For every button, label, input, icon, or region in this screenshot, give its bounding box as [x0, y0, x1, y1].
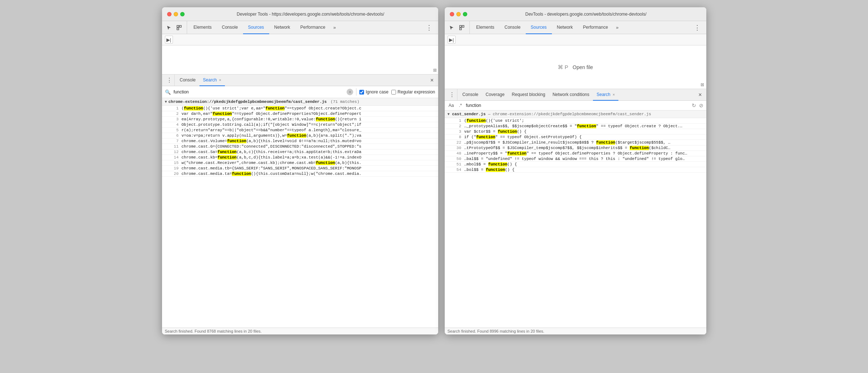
svg-rect-2: [177, 28, 179, 30]
tab-performance[interactable]: Performance: [295, 21, 331, 34]
dot-star-button[interactable]: .*: [458, 103, 463, 108]
right-search-input[interactable]: [466, 103, 576, 108]
minimize-button[interactable]: [174, 12, 178, 16]
result-line[interactable]: 15 w("chrome.cast.Receiver",chrome.cast.…: [162, 160, 438, 166]
right-tab-elements[interactable]: Elements: [471, 21, 500, 34]
panel-tab-console[interactable]: Console: [176, 75, 199, 86]
search-icon: 🔍: [165, 89, 171, 95]
right-maximize-button[interactable]: [463, 12, 467, 16]
cursor-icon[interactable]: [165, 24, 173, 32]
right-tab-performance[interactable]: Performance: [578, 21, 613, 34]
result-line[interactable]: 19 chrome.cast.media.tb={SANS_SERIF:"SAN…: [162, 166, 438, 171]
tab-network[interactable]: Network: [269, 21, 295, 34]
regex-label[interactable]: Regular expression: [391, 89, 435, 95]
ignore-case-checkbox[interactable]: [359, 90, 364, 95]
panel-tab-search[interactable]: Search ×: [199, 75, 225, 86]
result-line[interactable]: 3 ea(Array.prototype,a,{configurable:!0,…: [162, 117, 438, 122]
panel-close-btn[interactable]: ×: [428, 75, 436, 86]
close-button[interactable]: [167, 12, 171, 16]
maximize-button[interactable]: [180, 12, 185, 16]
open-file-area: ⌘ P Open file ⊠: [445, 45, 706, 89]
right-sidebar-toggle[interactable]: ▶|: [448, 36, 456, 44]
right-tab-more[interactable]: »: [613, 21, 621, 34]
file-match-count: (71 matches): [328, 100, 359, 104]
right-toolbar: Elements Console Sources Network Perform…: [445, 21, 706, 34]
inspect-icon[interactable]: [175, 24, 183, 32]
file-header[interactable]: ▼ chrome-extension://pkedcjkdefgpdelpbcm…: [162, 98, 438, 106]
result-line[interactable]: 12 chrome.cast.Sa=function(a,b,c){this.r…: [162, 149, 438, 155]
result-line[interactable]: 7 chrome.cast.Volume=function(a,b){this.…: [162, 139, 438, 144]
search-bar: 🔍 × Ignore case Regular expression: [162, 86, 438, 98]
window-title: Developer Tools - https://developers.goo…: [188, 12, 433, 17]
panel-tab-menu[interactable]: ⋮: [164, 75, 175, 86]
right-tab-console[interactable]: Console: [500, 21, 526, 34]
result-line[interactable]: 14 chrome.cast.kb=function(a,b,c,d){this…: [162, 155, 438, 160]
right-panel-tabs: ⋮ Console Coverage Request blocking Netw…: [445, 89, 706, 101]
right-window-title: DevTools - developers.google.com/web/too…: [471, 12, 701, 17]
right-file-header[interactable]: ▼ cast_sender.js — chrome-extension://pk…: [445, 111, 706, 118]
right-search-tab-close[interactable]: ×: [613, 92, 615, 97]
right-panel-tab-request-blocking[interactable]: Request blocking: [508, 89, 549, 101]
search-input[interactable]: [174, 89, 344, 95]
expand-arrow: ▼: [165, 100, 167, 104]
right-panel-tab-coverage[interactable]: Coverage: [482, 89, 508, 101]
nav-tabs: Elements Console Sources Network Perform…: [189, 21, 339, 34]
right-result-line[interactable]: 22 …p$jscomp$7$$ = $JSCompiler_inline_re…: [445, 140, 706, 145]
tab-sources[interactable]: Sources: [243, 21, 269, 34]
right-result-line[interactable]: 8 if ("function" == typeof Object.setPro…: [445, 135, 706, 140]
right-panel-close-btn[interactable]: ×: [696, 89, 704, 100]
result-line[interactable]: 6 v=oa:v=pa;return v.apply(null,argument…: [162, 133, 438, 139]
right-result-line[interactable]: 1 (function(){'use strict';: [445, 118, 706, 124]
refresh-search-btn[interactable]: ↻: [692, 103, 696, 108]
right-status-bar: Search finished. Found 8996 matching lin…: [445, 328, 706, 334]
svg-rect-0: [177, 25, 179, 27]
toolbar-icons: [165, 21, 187, 34]
aa-button[interactable]: Aa: [448, 103, 455, 108]
clear-results-btn[interactable]: ⊘: [699, 103, 703, 108]
file-name: chrome-extension://pkedcjkdefgpdelpbcmbm…: [169, 100, 327, 104]
right-file-name: cast_sender.js: [452, 112, 485, 116]
right-tab-sources[interactable]: Sources: [526, 21, 552, 34]
sidebar-toggle[interactable]: ▶|: [165, 36, 173, 44]
right-result-line[interactable]: 50 …bal$$ = "undefined" != typeof window…: [445, 156, 706, 162]
right-inspect-icon[interactable]: [458, 24, 466, 32]
tab-more[interactable]: »: [330, 21, 339, 34]
result-line[interactable]: 1 (function(){'use strict';var e,aa="fun…: [162, 106, 438, 111]
right-result-line[interactable]: 2 …_prototypeAlias$$, $$jscomp$objectCre…: [445, 124, 706, 129]
clear-search-btn[interactable]: ×: [347, 89, 353, 95]
right-result-line[interactable]: 30 …tPrototypeOf$$ = $JSCompiler_temp$js…: [445, 145, 706, 151]
right-minimize-button[interactable]: [456, 12, 461, 16]
right-panel-tab-console[interactable]: Console: [459, 89, 482, 101]
right-result-line[interactable]: 48 …ineProperty$$ = "function" == typeof…: [445, 151, 706, 156]
right-tab-network[interactable]: Network: [552, 21, 578, 34]
right-traffic-lights: [450, 12, 467, 16]
right-menu-button[interactable]: ⋮: [691, 21, 703, 34]
svg-rect-3: [460, 25, 461, 27]
search-tab-close[interactable]: ×: [219, 78, 221, 82]
right-nav-tabs: Elements Console Sources Network Perform…: [471, 21, 622, 34]
right-title-bar: DevTools - developers.google.com/web/too…: [445, 7, 706, 21]
right-panel-tab-network-conditions[interactable]: Network conditions: [549, 89, 593, 101]
right-search-results[interactable]: ▼ cast_sender.js — chrome-extension://pk…: [445, 111, 706, 328]
right-panel-tab-search[interactable]: Search ×: [593, 89, 618, 101]
bottom-panel: ⋮ Console Search × × 🔍 × Ignore case: [162, 75, 438, 334]
resize-icon: ⊠: [433, 68, 437, 73]
result-line[interactable]: 4 Object.prototype.toString.call(a);if("…: [162, 122, 438, 128]
right-close-button[interactable]: [450, 12, 454, 16]
right-result-line[interactable]: 3 var $ctor$$ = function() {: [445, 129, 706, 135]
search-results[interactable]: ▼ chrome-extension://pkedcjkdefgpdelpbcm…: [162, 98, 438, 328]
result-line[interactable]: 20 chrome.cast.media.ta=function(){this.…: [162, 171, 438, 177]
svg-rect-5: [460, 28, 461, 30]
result-line[interactable]: 5 r(a);return"array"==b||"object"==b&&"n…: [162, 128, 438, 133]
right-result-line[interactable]: 51 …mbol$$ = function() {: [445, 162, 706, 167]
right-panel-tab-menu[interactable]: ⋮: [447, 89, 457, 100]
tab-elements[interactable]: Elements: [189, 21, 217, 34]
right-cursor-icon[interactable]: [448, 24, 456, 32]
regex-checkbox[interactable]: [391, 90, 396, 95]
result-line[interactable]: 2 var da=h,ea="function"==typeof Object.…: [162, 111, 438, 117]
right-result-line[interactable]: 54 …bol$$ = function() {: [445, 167, 706, 173]
tab-console[interactable]: Console: [217, 21, 243, 34]
ignore-case-label[interactable]: Ignore case: [359, 89, 388, 95]
result-line[interactable]: 11 chrome.cast.G={CONNECTED:"connected",…: [162, 144, 438, 149]
menu-button[interactable]: ⋮: [423, 21, 435, 34]
